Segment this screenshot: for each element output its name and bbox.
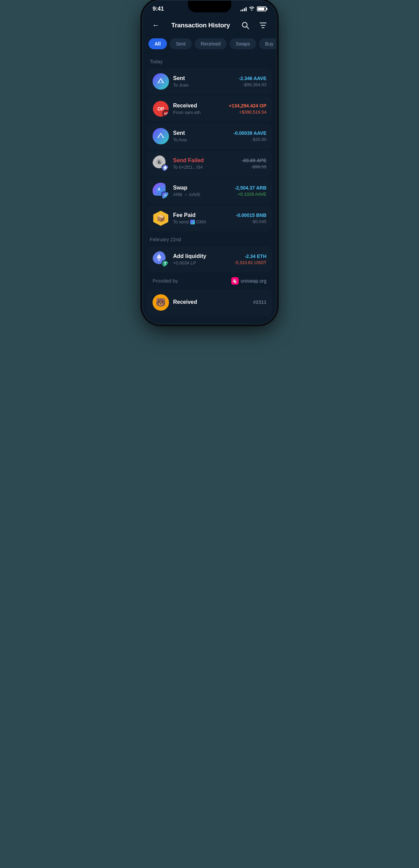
tx-title: Fee Paid bbox=[173, 212, 232, 218]
tx-title: Add liquidity bbox=[173, 253, 230, 259]
tab-sent[interactable]: Sent bbox=[170, 38, 192, 49]
filter-icon bbox=[259, 22, 267, 29]
tx-subtitle: To Joao bbox=[173, 82, 235, 88]
tx-info: Sent To Ana bbox=[173, 130, 230, 142]
liquidity-token-icon: T bbox=[153, 251, 169, 268]
tx-info: Received bbox=[173, 299, 249, 306]
tx-amount-secondary: +0.1028 AAVE bbox=[235, 192, 266, 197]
tx-amount-secondary: -$96.55 bbox=[242, 164, 266, 169]
tx-amounts: -2.346 AAVE -$99,364.83 bbox=[239, 76, 266, 87]
tx-title-failed: Send Failed bbox=[173, 157, 238, 164]
tx-amounts: -2,504.37 ARB +0.1028 AAVE bbox=[235, 185, 266, 197]
tx-amounts: -0.00039 AAVE -$20.00 bbox=[234, 130, 267, 142]
content-area: Today Sent To Joao -2.346 AAVE -$99,364.… bbox=[143, 55, 276, 324]
transaction-sent-aave[interactable]: Sent To Joao -2.346 AAVE -$99,364.83 bbox=[147, 68, 272, 94]
tx-amount-primary: -2.34 ETH bbox=[234, 254, 266, 259]
transaction-sent-aave-ana[interactable]: Sent To Ana -0.00039 AAVE -$20.00 bbox=[147, 123, 272, 149]
tx-amount-secondary: -$99,364.83 bbox=[239, 82, 266, 87]
nft-token-icon: 🐻 bbox=[153, 294, 169, 311]
tab-buy[interactable]: Buy bbox=[259, 38, 276, 49]
status-time: 9:41 bbox=[153, 5, 164, 12]
search-icon bbox=[241, 22, 249, 29]
section-label-feb22: February 22nd bbox=[143, 233, 276, 245]
gmx-mini-icon bbox=[190, 220, 195, 224]
tx-amount-primary: -69.69 APE bbox=[242, 158, 266, 163]
failed-token-icon: 🦍 bbox=[153, 155, 169, 172]
transaction-swap-arb-aave[interactable]: Swap ARB → AAVE -2,504.37 ARB +0.1028 AA… bbox=[147, 178, 272, 204]
transaction-add-liquidity[interactable]: T Add liquidity +0.0034 LP -2.34 ETH -5,… bbox=[147, 246, 272, 272]
tx-info: Add liquidity +0.0034 LP bbox=[173, 253, 230, 265]
tx-subtitle: To 0×2f21...f34 bbox=[173, 165, 238, 170]
tx-subtitle: +0.0034 LP bbox=[173, 260, 230, 265]
signal-icon bbox=[240, 7, 247, 11]
uniswap-icon: 🦄 bbox=[231, 277, 239, 285]
tab-all[interactable]: All bbox=[148, 38, 167, 49]
tx-subtitle: To Ana bbox=[173, 137, 230, 142]
page-title: Transaction History bbox=[171, 22, 230, 29]
aave-token-icon-2 bbox=[153, 128, 169, 144]
svg-text:🦍: 🦍 bbox=[157, 160, 162, 164]
app-header: ← Transaction History bbox=[143, 15, 276, 37]
back-button[interactable]: ← bbox=[150, 19, 162, 31]
tx-amount-primary: -2,504.37 ARB bbox=[235, 185, 266, 191]
section-label-today: Today bbox=[143, 55, 276, 67]
tx-info: Swap ARB → AAVE bbox=[173, 185, 231, 197]
tx-amount-secondary: -$0.045 bbox=[236, 219, 267, 224]
op-token-icon: OP OP bbox=[153, 101, 169, 117]
tx-title: Sent bbox=[173, 130, 230, 136]
provider-name: uniswap.org bbox=[241, 278, 267, 284]
tx-amount-primary: -0.00039 AAVE bbox=[234, 130, 267, 136]
tx-title: Received bbox=[173, 299, 249, 305]
tab-swaps[interactable]: Swaps bbox=[230, 38, 256, 49]
transaction-send-failed[interactable]: 🦍 Send Failed To 0×2f21...f34 -69.69 APE… bbox=[147, 151, 272, 177]
tx-amount-secondary: -$20.00 bbox=[234, 137, 267, 142]
tx-title: Sent bbox=[173, 75, 235, 81]
battery-icon bbox=[257, 7, 266, 11]
filter-tabs: All Sent Received Swaps Buy Se... bbox=[143, 37, 276, 55]
filter-button[interactable] bbox=[257, 19, 269, 31]
transaction-fee-paid-bnb[interactable]: 📦 Fee Paid To send GMX -0.00015 BNB -$0.… bbox=[147, 205, 272, 231]
tx-info: Send Failed To 0×2f21...f34 bbox=[173, 157, 238, 170]
tx-amounts: #2311 bbox=[253, 299, 266, 306]
tx-amounts: -2.34 ETH -5,310.61 USDT bbox=[234, 254, 266, 265]
swap-token-icon bbox=[153, 183, 169, 199]
tx-amounts: +134,294.424 OP +$390,519.54 bbox=[229, 103, 266, 115]
provided-by-label: Provided by bbox=[153, 278, 178, 284]
provided-by-row: Provided by 🦄 uniswap.org bbox=[147, 274, 272, 288]
tx-amount-secondary: +$390,519.54 bbox=[229, 109, 266, 115]
search-button[interactable] bbox=[239, 19, 251, 31]
transaction-received-op[interactable]: OP OP Received From sam.eth +134,294.424… bbox=[147, 96, 272, 122]
tx-amounts: -69.69 APE -$96.55 bbox=[242, 158, 266, 169]
svg-point-4 bbox=[156, 186, 162, 192]
tx-amount-primary: #2311 bbox=[253, 299, 266, 305]
tx-title: Swap bbox=[173, 185, 231, 191]
tx-title: Received bbox=[173, 103, 225, 109]
battery-fill bbox=[258, 8, 264, 10]
provided-by-value: 🦄 uniswap.org bbox=[231, 277, 267, 285]
tx-subtitle: ARB → AAVE bbox=[173, 192, 231, 197]
tx-info: Sent To Joao bbox=[173, 75, 235, 88]
wifi-icon bbox=[249, 6, 255, 12]
status-icons bbox=[240, 6, 266, 12]
tx-info: Fee Paid To send GMX bbox=[173, 212, 232, 224]
tab-received[interactable]: Received bbox=[195, 38, 227, 49]
tx-amount-secondary: -5,310.61 USDT bbox=[234, 260, 266, 265]
tx-amount-primary: +134,294.424 OP bbox=[229, 103, 266, 108]
aave-token-icon bbox=[153, 73, 169, 90]
tx-subtitle: To send GMX bbox=[173, 219, 232, 224]
tx-amount-primary: -2.346 AAVE bbox=[239, 76, 266, 81]
bnb-token-icon: 📦 bbox=[153, 210, 169, 226]
tx-subtitle: From sam.eth bbox=[173, 110, 225, 115]
phone-frame: 9:41 ← Transaction History bbox=[142, 0, 277, 324]
svg-line-1 bbox=[247, 27, 249, 29]
tx-info: Received From sam.eth bbox=[173, 103, 225, 115]
tx-amounts: -0.00015 BNB -$0.045 bbox=[236, 212, 267, 224]
tx-amount-primary: -0.00015 BNB bbox=[236, 212, 267, 218]
back-arrow-icon: ← bbox=[152, 21, 160, 30]
notch bbox=[188, 1, 231, 12]
header-actions bbox=[239, 19, 269, 31]
transaction-received-nft[interactable]: 🐻 Received #2311 bbox=[147, 289, 272, 315]
